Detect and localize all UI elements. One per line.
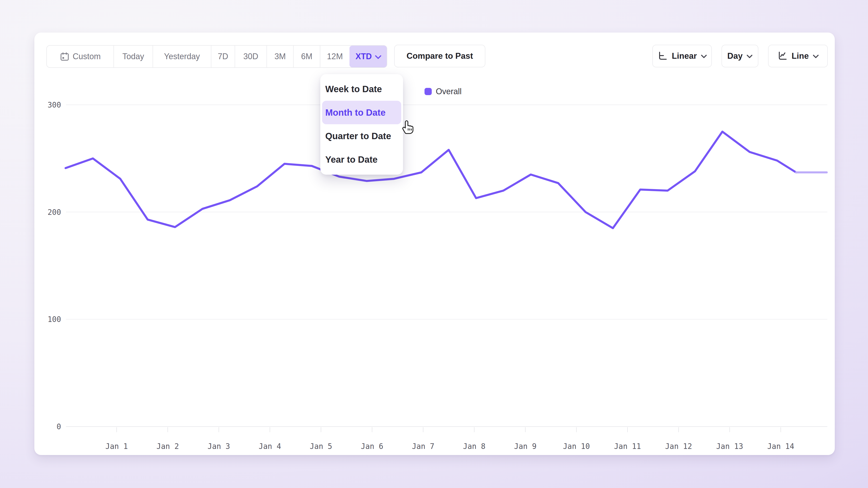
menu-item-year-to-date[interactable]: Year to Date [322, 148, 401, 171]
chart-legend: Overall [425, 87, 462, 96]
menu-item-month-to-date[interactable]: Month to Date [322, 101, 401, 124]
menu-item-label: Week to Date [325, 84, 382, 94]
legend-label-overall: Overall [436, 87, 462, 96]
y-axis-label-0: 0 [57, 422, 61, 431]
x-axis-label-jan-6: Jan 6 [361, 442, 383, 451]
menu-item-quarter-to-date[interactable]: Quarter to Date [322, 124, 401, 148]
x-axis-label-jan-3: Jan 3 [208, 442, 230, 451]
x-axis-label-jan-2: Jan 2 [156, 442, 179, 451]
y-axis-label-300: 300 [48, 101, 61, 109]
menu-item-label: Month to Date [325, 107, 385, 118]
y-axis-label-200: 200 [48, 208, 61, 217]
x-axis-label-jan-8: Jan 8 [463, 442, 485, 451]
xtd-dropdown-menu: Week to DateMonth to DateQuarter to Date… [320, 74, 403, 175]
menu-item-label: Year to Date [325, 155, 377, 165]
x-axis-label-jan-14: Jan 14 [767, 442, 794, 451]
insight-card: 0100200300Jan 1Jan 2Jan 3Jan 4Jan 5Jan 6… [34, 33, 835, 455]
x-axis-label-jan-9: Jan 9 [514, 442, 536, 451]
x-axis-label-jan-12: Jan 12 [665, 442, 692, 451]
x-axis-label-jan-1: Jan 1 [105, 442, 128, 451]
x-axis-label-jan-10: Jan 10 [563, 442, 590, 451]
series-line-overall [66, 132, 796, 228]
legend-swatch-overall [425, 88, 432, 95]
menu-item-week-to-date[interactable]: Week to Date [322, 77, 401, 101]
menu-item-label: Quarter to Date [325, 131, 391, 141]
x-axis-label-jan-11: Jan 11 [614, 442, 641, 451]
y-axis-label-100: 100 [48, 315, 61, 324]
mouse-pointer-hand-cursor [401, 119, 415, 135]
x-axis-label-jan-4: Jan 4 [258, 442, 281, 451]
x-axis-label-jan-5: Jan 5 [310, 442, 332, 451]
x-axis-label-jan-13: Jan 13 [716, 442, 743, 451]
x-axis-label-jan-7: Jan 7 [412, 442, 434, 451]
